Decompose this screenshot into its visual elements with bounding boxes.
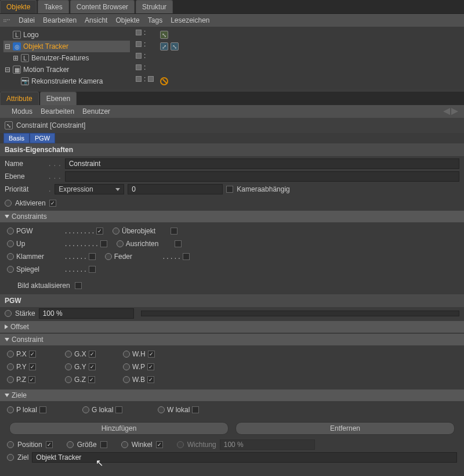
anim-bullet[interactable] xyxy=(7,406,14,413)
group-ziele[interactable]: Ziele xyxy=(0,390,464,401)
py-checkbox[interactable] xyxy=(29,363,36,370)
tab-struktur[interactable]: Struktur xyxy=(136,0,173,13)
menu-tags[interactable]: Tags xyxy=(148,16,162,24)
kameraabhaengig-checkbox[interactable] xyxy=(226,186,233,193)
entfernen-button[interactable]: Entfernen xyxy=(235,422,455,435)
nav-forward-icon[interactable] xyxy=(451,108,458,115)
anim-bullet[interactable] xyxy=(7,441,14,448)
anim-bullet[interactable] xyxy=(82,406,89,413)
tree-row-motion-tracker[interactable]: ⊟ ▦ Motion Tracker xyxy=(3,64,130,75)
anim-bullet[interactable] xyxy=(7,363,14,370)
layer-cell[interactable]: : xyxy=(133,62,157,73)
tag-row[interactable]: ⤢⤡ xyxy=(160,41,461,52)
layer-cell[interactable]: : xyxy=(133,38,157,50)
object-tree[interactable]: L Logo ⊟ ◎ Objekt Tracker ⊞ L Benutzer-F… xyxy=(0,27,133,89)
menu-modus[interactable]: Modus xyxy=(12,107,32,116)
anim-bullet[interactable] xyxy=(5,310,12,317)
anim-bullet[interactable] xyxy=(7,454,14,461)
ueberobjekt-checkbox[interactable] xyxy=(171,228,177,235)
gx-checkbox[interactable] xyxy=(89,351,96,358)
grip-icon[interactable] xyxy=(3,19,10,22)
bild-aktualisieren-checkbox[interactable] xyxy=(75,282,82,289)
group-constraint[interactable]: Constraint xyxy=(0,334,464,345)
wb-checkbox[interactable] xyxy=(147,376,154,383)
anim-bullet[interactable] xyxy=(7,351,14,358)
anim-bullet[interactable] xyxy=(105,253,112,260)
anim-bullet[interactable] xyxy=(121,441,128,448)
pgw-checkbox[interactable] xyxy=(96,228,103,235)
tag-row[interactable]: ⤡ xyxy=(160,29,461,41)
anim-bullet[interactable] xyxy=(7,266,14,273)
anim-bullet[interactable] xyxy=(7,240,14,247)
anim-bullet[interactable] xyxy=(7,228,14,235)
w-lokal-checkbox[interactable] xyxy=(192,406,199,413)
menu-benutzer[interactable]: Benutzer xyxy=(82,107,110,116)
groesse-checkbox[interactable] xyxy=(100,441,107,448)
anim-bullet[interactable] xyxy=(113,228,119,235)
anim-bullet[interactable] xyxy=(123,376,130,383)
group-offset[interactable]: Offset xyxy=(0,321,464,333)
wp-checkbox[interactable] xyxy=(147,363,154,370)
menu-datei[interactable]: Datei xyxy=(19,16,35,24)
ziel-field[interactable] xyxy=(32,452,457,463)
layer-cell[interactable]: : xyxy=(133,50,157,62)
px-checkbox[interactable] xyxy=(29,351,36,358)
tab-objekte[interactable]: Objekte xyxy=(0,0,37,13)
ebene-field[interactable] xyxy=(65,171,459,182)
menu-bearbeiten[interactable]: Bearbeiten xyxy=(41,107,74,116)
menu-ansicht[interactable]: Ansicht xyxy=(85,16,107,24)
menu-bearbeiten[interactable]: Bearbeiten xyxy=(43,16,77,24)
wh-checkbox[interactable] xyxy=(148,351,155,358)
prioritaet-num[interactable] xyxy=(128,184,223,194)
gz-checkbox[interactable] xyxy=(88,376,95,383)
tree-row-rekonstruierte-kamera[interactable]: 📷 Rekonstruierte Kamera xyxy=(3,75,130,87)
pz-checkbox[interactable] xyxy=(28,376,35,383)
menu-objekte[interactable]: Objekte xyxy=(115,16,139,24)
constraint-tag-icon[interactable]: ⤢ xyxy=(160,42,168,51)
layer-cell[interactable]: : xyxy=(133,27,157,38)
subtab-pgw[interactable]: PGW xyxy=(30,133,55,143)
klammer-checkbox[interactable] xyxy=(89,253,96,260)
anim-bullet[interactable] xyxy=(7,253,14,260)
position-checkbox[interactable] xyxy=(46,441,53,448)
anim-bullet[interactable] xyxy=(65,351,72,358)
anim-bullet[interactable] xyxy=(117,240,124,247)
layer-cell[interactable]: : xyxy=(133,73,157,85)
anim-bullet[interactable] xyxy=(65,363,72,370)
tab-content-browser[interactable]: Content Browser xyxy=(70,0,135,13)
anim-bullet[interactable] xyxy=(123,363,130,370)
anim-bullet[interactable] xyxy=(158,406,165,413)
constraint-tag-icon[interactable]: ⤡ xyxy=(171,42,179,51)
aktivieren-checkbox[interactable] xyxy=(49,200,56,207)
up-checkbox[interactable] xyxy=(100,240,107,247)
tree-toggle[interactable]: ⊟ xyxy=(5,66,10,74)
p-lokal-checkbox[interactable] xyxy=(39,406,46,413)
subtab-basis[interactable]: Basis xyxy=(3,133,30,143)
feder-checkbox[interactable] xyxy=(183,253,190,260)
forbidden-icon[interactable] xyxy=(160,77,168,85)
spiegel-checkbox[interactable] xyxy=(89,266,96,273)
tree-row-benutzer-features[interactable]: ⊞ L Benutzer-Features xyxy=(3,52,130,64)
ausrichten-checkbox[interactable] xyxy=(175,240,182,247)
tree-toggle[interactable]: ⊞ xyxy=(13,54,19,62)
tag-row[interactable] xyxy=(160,75,461,87)
group-constraints[interactable]: Constraints xyxy=(0,211,464,222)
anim-bullet[interactable] xyxy=(5,200,12,207)
tab-attribute[interactable]: Attribute xyxy=(0,92,39,105)
nav-back-icon[interactable] xyxy=(443,108,450,115)
anim-bullet[interactable] xyxy=(65,376,72,383)
anim-bullet[interactable] xyxy=(67,441,74,448)
tree-row-objekt-tracker[interactable]: ⊟ ◎ Objekt Tracker xyxy=(3,41,130,52)
tab-takes[interactable]: Takes xyxy=(38,0,68,13)
staerke-field[interactable] xyxy=(39,308,134,319)
gy-checkbox[interactable] xyxy=(89,363,96,370)
anim-bullet[interactable] xyxy=(7,376,14,383)
anim-bullet[interactable] xyxy=(123,351,130,358)
tree-row-logo[interactable]: L Logo xyxy=(3,29,130,41)
menu-lesezeichen[interactable]: Lesezeichen xyxy=(171,16,209,24)
g-lokal-checkbox[interactable] xyxy=(115,406,122,413)
hinzufuegen-button[interactable]: Hinzufügen xyxy=(9,422,229,435)
name-field[interactable] xyxy=(65,158,459,169)
tree-toggle[interactable]: ⊟ xyxy=(5,42,10,51)
constraint-tag-icon[interactable]: ⤡ xyxy=(160,31,168,39)
